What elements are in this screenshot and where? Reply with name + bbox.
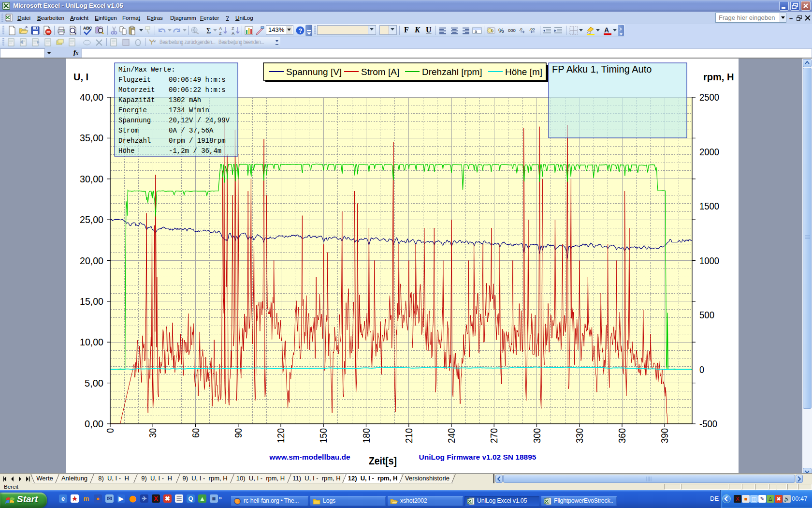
svg-text:00:06:49 h:m:s: 00:06:49 h:m:s xyxy=(169,76,226,84)
svg-text:Min/Max Werte:: Min/Max Werte: xyxy=(118,66,175,74)
svg-text:390: 390 xyxy=(659,428,670,443)
svg-text:0rpm / 1918rpm: 0rpm / 1918rpm xyxy=(169,137,226,145)
svg-text:,0: ,0 xyxy=(519,27,522,31)
svg-text:180: 180 xyxy=(361,428,372,443)
svg-text:150: 150 xyxy=(318,428,329,443)
svg-text:240: 240 xyxy=(446,428,457,443)
svg-text:40,00: 40,00 xyxy=(80,91,103,103)
svg-text:0A / 37,56A: 0A / 37,56A xyxy=(169,127,214,134)
svg-text:Höhe [m]: Höhe [m] xyxy=(505,67,542,77)
svg-text:60: 60 xyxy=(190,428,201,438)
svg-text:Z: Z xyxy=(232,26,234,31)
svg-text:0: 0 xyxy=(104,428,116,433)
svg-text:2000: 2000 xyxy=(699,146,719,157)
svg-text:20,12V / 24,99V: 20,12V / 24,99V xyxy=(169,117,230,124)
svg-text:Spannung: Spannung xyxy=(118,117,151,124)
svg-text:1500: 1500 xyxy=(699,200,719,211)
svg-text:00:06:22 h:m:s: 00:06:22 h:m:s xyxy=(169,86,226,94)
svg-text:Kapazität: Kapazität xyxy=(118,96,155,104)
svg-text:120: 120 xyxy=(275,428,286,443)
svg-text:500: 500 xyxy=(699,309,714,320)
svg-text:A: A xyxy=(219,26,222,31)
svg-text:2500: 2500 xyxy=(699,91,719,103)
svg-text:25,00: 25,00 xyxy=(80,214,103,225)
svg-text:Energie: Energie xyxy=(118,106,147,114)
svg-text:20,00: 20,00 xyxy=(80,255,103,266)
svg-text:90: 90 xyxy=(232,428,244,438)
svg-text:1000: 1000 xyxy=(699,255,719,266)
svg-text:Strom: Strom xyxy=(118,127,139,134)
svg-text:10,00: 10,00 xyxy=(80,336,103,347)
svg-text:Motorzeit: Motorzeit xyxy=(118,86,155,94)
svg-text:UniLog Firmware v1.02 SN 18895: UniLog Firmware v1.02 SN 18895 xyxy=(419,453,536,461)
svg-text:9: 9 xyxy=(491,29,493,33)
svg-text:a: a xyxy=(475,29,477,34)
svg-text:-500: -500 xyxy=(699,418,717,429)
svg-text:15,00: 15,00 xyxy=(80,296,103,307)
svg-text:30,00: 30,00 xyxy=(80,173,103,184)
svg-text:A: A xyxy=(604,26,609,34)
svg-text:U, I: U, I xyxy=(73,72,88,82)
svg-text:Höhe: Höhe xyxy=(118,147,135,155)
svg-text:Strom [A]: Strom [A] xyxy=(361,67,399,77)
svg-text:30: 30 xyxy=(147,428,158,438)
svg-text:1302 mAh: 1302 mAh xyxy=(169,96,201,104)
svg-text:Drehzahl: Drehzahl xyxy=(118,137,151,145)
svg-text:360: 360 xyxy=(616,428,627,443)
svg-text:0: 0 xyxy=(699,364,704,375)
svg-text:210: 210 xyxy=(403,428,414,443)
svg-text:-1,2m / 36,4m: -1,2m / 36,4m xyxy=(169,147,221,155)
svg-text:5,00: 5,00 xyxy=(85,377,103,388)
svg-text:Spannung [V]: Spannung [V] xyxy=(286,67,342,77)
svg-text:0,00: 0,00 xyxy=(85,418,103,429)
svg-text:270: 270 xyxy=(488,428,499,443)
svg-text:A: A xyxy=(232,31,235,35)
svg-text:FP Akku 1, Timing Auto: FP Akku 1, Timing Auto xyxy=(552,64,652,75)
svg-text:1734 W*min: 1734 W*min xyxy=(169,106,209,114)
svg-text:www.sm-modellbau.de: www.sm-modellbau.de xyxy=(269,453,350,461)
svg-text:000: 000 xyxy=(508,28,516,33)
svg-text:35,00: 35,00 xyxy=(80,132,103,143)
svg-text:Z: Z xyxy=(219,31,222,35)
svg-text:?: ? xyxy=(299,27,303,34)
svg-text:Σ: Σ xyxy=(206,27,211,35)
svg-text:rpm, H: rpm, H xyxy=(703,72,734,82)
svg-text:300: 300 xyxy=(531,428,542,443)
svg-text:Drehzahl [rpm]: Drehzahl [rpm] xyxy=(422,67,482,77)
svg-text:330: 330 xyxy=(574,428,585,443)
svg-text:Zeit[s]: Zeit[s] xyxy=(369,455,397,467)
svg-text:%: % xyxy=(498,27,504,34)
svg-text:Flugzeit: Flugzeit xyxy=(118,76,151,84)
